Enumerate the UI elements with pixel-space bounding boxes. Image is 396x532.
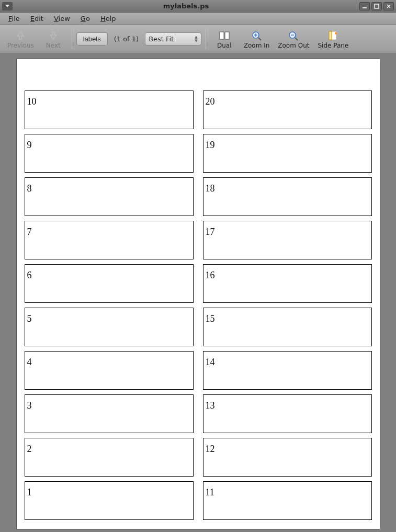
toolbar-separator <box>72 29 72 50</box>
previous-label: Previous <box>7 42 34 49</box>
label-cell: 16 <box>203 264 372 303</box>
menubar: File Edit View Go Help <box>0 13 396 25</box>
label-cell: 18 <box>203 177 372 216</box>
zoom-out-label: Zoom Out <box>278 42 309 49</box>
document-viewport[interactable]: 10 9 8 7 6 5 4 3 2 1 20 19 18 17 16 15 1… <box>0 53 396 532</box>
menu-go[interactable]: Go <box>76 14 94 24</box>
side-pane-icon <box>327 29 339 42</box>
labels-button[interactable]: labels <box>76 32 108 46</box>
svg-rect-1 <box>375 4 379 8</box>
previous-button: Previous <box>4 27 37 52</box>
menu-help[interactable]: Help <box>96 14 120 24</box>
toolbar: Previous Next labels (1 of 1) Best Fit ▲… <box>0 25 396 53</box>
zoom-in-icon <box>251 29 263 42</box>
close-button[interactable] <box>383 2 394 10</box>
label-cell: 11 <box>203 481 372 520</box>
svg-rect-2 <box>220 32 224 39</box>
label-cell: 4 <box>25 351 194 390</box>
label-cell: 7 <box>25 221 194 259</box>
dual-page-icon <box>219 29 230 42</box>
menu-edit[interactable]: Edit <box>26 14 48 24</box>
page-indicator: (1 of 1) <box>110 35 143 43</box>
dual-label: Dual <box>217 42 232 49</box>
svg-rect-12 <box>329 31 332 40</box>
label-cell: 13 <box>203 394 372 433</box>
label-cell: 5 <box>25 308 194 346</box>
zoom-select[interactable]: Best Fit ▲▼ <box>145 32 201 46</box>
label-cell: 2 <box>25 438 194 477</box>
label-cell: 6 <box>25 264 194 303</box>
window-title: mylabels.ps <box>13 2 359 10</box>
side-pane-button[interactable]: Side Pane <box>314 27 352 52</box>
zoom-in-label: Zoom In <box>244 42 270 49</box>
toolbar-separator <box>206 29 206 50</box>
dual-button[interactable]: Dual <box>210 27 239 52</box>
label-cell: 19 <box>203 134 372 173</box>
label-column-right: 20 19 18 17 16 15 14 13 12 11 <box>203 90 372 524</box>
side-pane-label: Side Pane <box>318 42 348 49</box>
titlebar: mylabels.ps <box>0 0 396 13</box>
label-cell: 12 <box>203 438 372 477</box>
label-cell: 20 <box>203 90 372 129</box>
label-cell: 1 <box>25 481 194 520</box>
label-cell: 10 <box>25 90 194 129</box>
svg-line-5 <box>258 38 261 40</box>
label-column-left: 10 9 8 7 6 5 4 3 2 1 <box>25 90 194 524</box>
menu-file[interactable]: File <box>4 14 24 24</box>
next-label: Next <box>46 42 61 49</box>
document-page: 10 9 8 7 6 5 4 3 2 1 20 19 18 17 16 15 1… <box>16 59 380 529</box>
label-cell: 15 <box>203 308 372 346</box>
zoom-in-button[interactable]: Zoom In <box>241 27 273 52</box>
label-cell: 8 <box>25 177 194 216</box>
arrow-up-icon <box>15 29 26 42</box>
next-button: Next <box>39 27 67 52</box>
arrow-down-icon <box>48 29 59 42</box>
maximize-button[interactable] <box>371 2 382 10</box>
zoom-out-icon <box>288 29 299 42</box>
menu-view[interactable]: View <box>50 14 74 24</box>
zoom-select-value: Best Fit <box>149 35 174 43</box>
window-menu-dropdown[interactable] <box>2 2 13 10</box>
spinner-icon: ▲▼ <box>195 36 197 43</box>
minimize-button[interactable] <box>359 2 370 10</box>
zoom-out-button[interactable]: Zoom Out <box>275 27 312 52</box>
svg-line-9 <box>295 38 298 40</box>
svg-rect-0 <box>363 7 367 8</box>
label-cell: 14 <box>203 351 372 390</box>
svg-rect-3 <box>225 32 229 39</box>
label-cell: 3 <box>25 394 194 433</box>
label-cell: 9 <box>25 134 194 173</box>
label-cell: 17 <box>203 221 372 259</box>
